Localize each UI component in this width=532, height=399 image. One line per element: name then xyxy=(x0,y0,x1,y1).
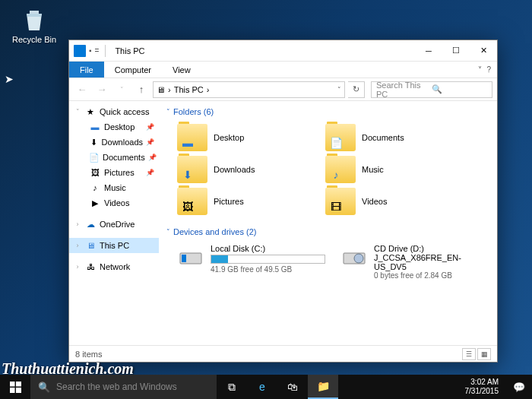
folder-icon: ♪ xyxy=(325,156,356,183)
taskbar: 🔍Search the web and Windows ⧉ e 🛍 📁 3:02… xyxy=(0,375,532,399)
taskbar-search[interactable]: 🔍Search the web and Windows xyxy=(30,375,217,399)
svg-point-4 xyxy=(354,254,363,263)
music-icon: ♪ xyxy=(89,182,101,194)
drive-icon xyxy=(177,244,204,271)
videos-icon: ▶ xyxy=(89,197,101,209)
ribbon: File Computer View ˅? xyxy=(69,62,497,78)
recycle-bin[interactable]: Recycle Bin xyxy=(8,6,61,44)
nav-downloads[interactable]: ⬇Downloads📌 xyxy=(84,135,159,150)
network-icon: 🖧 xyxy=(84,261,97,273)
task-view-button[interactable]: ⧉ xyxy=(217,375,247,399)
dvd-icon xyxy=(340,244,368,271)
taskbar-explorer[interactable]: 📁 xyxy=(308,375,338,399)
folder-desktop[interactable]: ▬Desktop xyxy=(177,124,310,151)
nav-music[interactable]: ♪Music xyxy=(84,180,159,195)
folder-pictures[interactable]: 🖼Pictures xyxy=(177,188,310,215)
pin-icon: 📌 xyxy=(146,138,154,146)
svg-rect-6 xyxy=(16,382,21,387)
folder-icon: 📄 xyxy=(325,124,356,151)
usage-bar xyxy=(211,255,325,264)
refresh-button[interactable]: ↻ xyxy=(348,81,365,98)
folders-header[interactable]: ˅Folders (6) xyxy=(166,104,489,119)
nav-documents[interactable]: 📄Documents📌 xyxy=(84,150,159,165)
content-pane: ˅Folders (6) ▬Desktop 📄Documents ⬇Downlo… xyxy=(159,101,497,345)
nav-desktop[interactable]: ▬Desktop📌 xyxy=(84,119,159,135)
close-button[interactable]: ✕ xyxy=(470,40,497,62)
ribbon-help-icon[interactable]: ? xyxy=(486,65,491,74)
pin-icon: 📌 xyxy=(148,154,157,161)
pin-icon: 📌 xyxy=(146,169,154,176)
search-placeholder: Search This PC xyxy=(376,81,432,99)
search-icon: 🔍 xyxy=(432,84,487,94)
folder-icon: ⬇ xyxy=(177,156,207,183)
window-title: This PC xyxy=(112,46,144,55)
onedrive-icon: ☁ xyxy=(84,218,97,230)
qat-item[interactable]: ▪ xyxy=(89,46,92,55)
nav-videos[interactable]: ▶Videos xyxy=(84,195,159,211)
recycle-bin-icon xyxy=(21,6,48,33)
address-dropdown-icon[interactable]: ˅ xyxy=(337,86,341,93)
pin-icon: 📌 xyxy=(146,123,154,131)
folder-icon: 🖼 xyxy=(177,188,207,215)
pc-icon: 🖥 xyxy=(157,85,165,94)
ribbon-expand-icon[interactable]: ˅ xyxy=(478,65,482,74)
recycle-bin-label: Recycle Bin xyxy=(8,35,61,44)
address-bar[interactable]: 🖥 › This PC › ˅ xyxy=(153,81,345,98)
folder-icon: 🎞 xyxy=(325,188,356,215)
taskbar-edge[interactable]: e xyxy=(247,375,277,399)
folder-music[interactable]: ♪Music xyxy=(325,156,458,183)
pc-icon: 🖥 xyxy=(84,239,97,252)
minimize-button[interactable]: ─ xyxy=(415,40,442,62)
star-icon: ★ xyxy=(84,106,97,118)
nav-onedrive[interactable]: ›☁OneDrive xyxy=(69,217,159,232)
action-center-button[interactable]: 💬 xyxy=(506,375,532,399)
drive-c[interactable]: Local Disk (C:)41.9 GB free of 49.5 GB xyxy=(177,244,325,280)
view-icons-button[interactable]: ▦ xyxy=(477,348,491,360)
breadcrumb[interactable]: This PC xyxy=(174,85,204,94)
titlebar[interactable]: ▪ = This PC ─ ☐ ✕ xyxy=(69,40,497,62)
folder-icon: ▬ xyxy=(177,124,207,151)
folder-downloads[interactable]: ⬇Downloads xyxy=(177,156,310,183)
drives-header[interactable]: ˅Devices and drives (2) xyxy=(166,224,489,239)
start-button[interactable] xyxy=(0,375,30,399)
taskbar-clock[interactable]: 3:02 AM7/31/2015 xyxy=(458,375,507,399)
nav-this-pc[interactable]: ›🖥This PC xyxy=(69,238,159,253)
svg-rect-7 xyxy=(10,388,15,393)
app-icon xyxy=(74,45,86,57)
maximize-button[interactable]: ☐ xyxy=(442,40,470,62)
nav-network[interactable]: ›🖧Network xyxy=(69,259,159,274)
search-icon: 🔍 xyxy=(38,382,50,393)
svg-rect-0 xyxy=(30,11,39,14)
up-button[interactable]: ↑ xyxy=(133,81,150,98)
status-bar: 8 items ☰▦ xyxy=(69,345,497,362)
documents-icon: 📄 xyxy=(89,151,100,163)
chevron-down-icon: ˅ xyxy=(166,108,170,116)
folder-videos[interactable]: 🎞Videos xyxy=(325,188,458,215)
svg-rect-5 xyxy=(10,382,15,387)
taskbar-store[interactable]: 🛍 xyxy=(277,375,308,399)
back-button[interactable]: ← xyxy=(74,81,90,98)
item-count: 8 items xyxy=(75,350,102,359)
view-details-button[interactable]: ☰ xyxy=(462,348,476,360)
tab-view[interactable]: View xyxy=(162,62,201,78)
qat-item[interactable]: = xyxy=(95,46,100,55)
forward-button[interactable]: → xyxy=(93,81,110,98)
search-input[interactable]: Search This PC 🔍 xyxy=(371,81,492,98)
chevron-down-icon: ˅ xyxy=(166,228,170,236)
svg-rect-8 xyxy=(16,388,21,393)
navbar: ← → ˅ ↑ 🖥 › This PC › ˅ ↻ Search This PC… xyxy=(69,78,497,101)
explorer-window: ▪ = This PC ─ ☐ ✕ File Computer View ˅? … xyxy=(68,40,498,363)
folder-documents[interactable]: 📄Documents xyxy=(325,124,458,151)
breadcrumb-sep: › xyxy=(207,85,210,94)
desktop-icon: ▬ xyxy=(89,121,101,133)
nav-quick-access[interactable]: ˅★Quick access xyxy=(69,104,159,119)
downloads-icon: ⬇ xyxy=(89,136,99,148)
breadcrumb-sep: › xyxy=(168,85,171,94)
pictures-icon: 🖼 xyxy=(89,166,101,179)
tab-file[interactable]: File xyxy=(69,62,104,78)
nav-pictures[interactable]: 🖼Pictures📌 xyxy=(84,165,159,180)
drive-d[interactable]: CD Drive (D:)J_CCSA_X86FRE_EN-US_DV50 by… xyxy=(340,244,489,280)
svg-rect-2 xyxy=(182,255,186,262)
tab-computer[interactable]: Computer xyxy=(104,62,162,78)
recent-button[interactable]: ˅ xyxy=(113,81,130,98)
